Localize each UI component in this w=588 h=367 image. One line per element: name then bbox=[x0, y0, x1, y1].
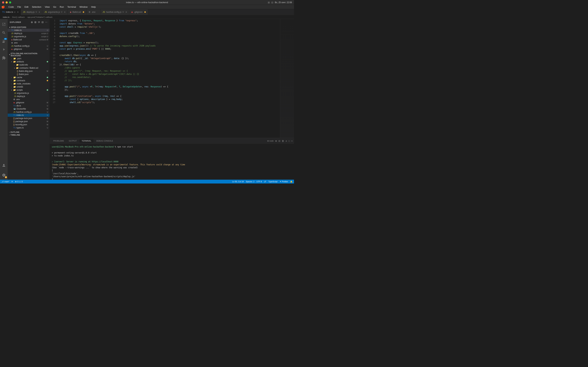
breadcrumb-item-3[interactable]: app.post("/initiative") callback bbox=[27, 16, 52, 18]
sidebar-toggle-icon[interactable]: ⊞ bbox=[268, 1, 270, 4]
tab-output[interactable]: OUTPUT bbox=[67, 139, 79, 143]
status-spaces[interactable]: Spaces: 2 bbox=[246, 181, 254, 183]
panel-maximize-icon[interactable]: □ bbox=[289, 140, 290, 142]
tree-ballot-dbg[interactable]: {} Ballot.dbg.json M bbox=[8, 70, 50, 73]
project-header[interactable]: ▾ ETH-ONLINE-HACKATHON-BACKEND bbox=[8, 52, 50, 57]
open-file-deploy-js[interactable]: JS deploy.js scripts U bbox=[8, 32, 50, 35]
tree-cache[interactable]: › 📁 cache bbox=[8, 76, 50, 79]
maximize-button[interactable] bbox=[9, 1, 11, 3]
panel-close-icon[interactable]: × bbox=[291, 140, 293, 142]
tree-contracts[interactable]: › 📁 contracts bbox=[8, 79, 50, 82]
outline-header[interactable]: › OUTLINE bbox=[8, 131, 50, 133]
timeline-header[interactable]: › TIMELINE bbox=[8, 133, 50, 136]
tree-dockerfile[interactable]: 🐳 Dockerfile M bbox=[8, 107, 50, 110]
menu-file[interactable]: File bbox=[16, 5, 22, 8]
tab-terminal[interactable]: TERMINAL bbox=[79, 139, 94, 143]
tree-scripts[interactable]: ▾ 📂 scripts bbox=[8, 88, 50, 92]
menu-edit[interactable]: Edit bbox=[23, 5, 30, 8]
activity-search[interactable] bbox=[0, 29, 8, 36]
tree-env[interactable]: ⚙ .env bbox=[8, 98, 50, 101]
open-file-hardhat[interactable]: JS hardhat.config.js U bbox=[8, 44, 50, 48]
menu-view[interactable]: View bbox=[43, 5, 51, 8]
tree-hardhat[interactable]: JS hardhat.config.js U bbox=[8, 110, 50, 114]
tab-index-ts[interactable]: TS index.ts U × bbox=[0, 9, 21, 15]
tree-package-json[interactable]: {} package.json M bbox=[8, 120, 50, 123]
tab-close-deploy-js[interactable]: × bbox=[39, 11, 40, 13]
activity-explorer[interactable] bbox=[0, 20, 8, 28]
tab-problems[interactable]: PROBLEMS bbox=[51, 139, 66, 143]
menu-selection[interactable]: Selection bbox=[30, 5, 43, 8]
tree-package-lock[interactable]: {} package-lock.json M bbox=[8, 117, 50, 120]
tree-index-ts[interactable]: TS index.ts U bbox=[8, 114, 50, 117]
status-ln-col[interactable]: Ln 50, Col 18 bbox=[232, 181, 244, 183]
status-branch[interactable]: ⎇ main* bbox=[1, 181, 9, 183]
menu-help[interactable]: Help bbox=[90, 5, 97, 8]
tab-env[interactable]: ⚙ .env bbox=[86, 9, 100, 15]
tree-yarn[interactable]: › 📁 .yarn bbox=[8, 57, 50, 60]
trash-icon[interactable]: 🗑 bbox=[282, 140, 284, 142]
menu-run[interactable]: Run bbox=[58, 5, 65, 8]
new-file-icon[interactable]: ⊕ bbox=[31, 21, 33, 24]
open-file-env[interactable]: ⚙ .env bbox=[8, 41, 50, 44]
tab-close-index-ts[interactable]: × bbox=[17, 11, 18, 13]
activity-account[interactable] bbox=[0, 161, 8, 169]
breadcrumb-item-2[interactable]: then() callback bbox=[12, 16, 25, 18]
menu-terminal[interactable]: Terminal bbox=[66, 5, 77, 8]
tree-types-ts[interactable]: TS types.ts U bbox=[8, 126, 50, 129]
tab-debug-console[interactable]: DEBUG CONSOLE bbox=[94, 139, 115, 143]
tab-gitignore[interactable]: ◈ .gitignore bbox=[129, 9, 148, 15]
open-file-index-ts[interactable]: TS index.ts U bbox=[8, 29, 50, 32]
tree-build-info[interactable]: › 📁 build-info bbox=[8, 63, 50, 67]
activity-settings[interactable]: 1 bbox=[0, 171, 8, 179]
split-terminal-icon[interactable]: ⊟ bbox=[278, 140, 280, 142]
status-language[interactable]: TypeScript bbox=[268, 181, 277, 183]
tree-contracts-ballot[interactable]: ▾ 📂 contracts / Ballot.sol bbox=[8, 67, 50, 70]
tree-gitignore[interactable]: ◈ .gitignore M bbox=[8, 101, 50, 104]
collapse-icon[interactable]: ⊟ bbox=[42, 21, 44, 24]
tab-arguments-js[interactable]: JS arguments.js U × bbox=[42, 9, 68, 15]
tab-close-arguments-js[interactable]: × bbox=[64, 11, 65, 13]
apple-menu[interactable]: 🍎 bbox=[1, 5, 5, 8]
tab-deploy-js[interactable]: JS deploy.js U × bbox=[21, 9, 42, 15]
tree-db-ts[interactable]: TS db.ts U bbox=[8, 104, 50, 107]
breadcrumb-item-1[interactable]: index.ts bbox=[3, 16, 9, 18]
open-file-gitignore[interactable]: ◈ .gitignore M bbox=[8, 48, 50, 51]
code-editor[interactable]: import express, { Express, Request, Resp… bbox=[58, 19, 280, 138]
refresh-icon[interactable]: ⟳ bbox=[38, 21, 40, 24]
code-container[interactable]: 1 2 3 4 5 6 7 8 9 10 11 12 13 14 15 16 1 bbox=[50, 19, 294, 138]
add-terminal-icon[interactable]: ⊕ bbox=[275, 140, 277, 142]
tree-ballot-json[interactable]: {} Ballot.json bbox=[8, 73, 50, 76]
activity-run[interactable] bbox=[0, 46, 8, 53]
terminal-content[interactable]: user@1234s-MacBook-Pro eth-online-hackat… bbox=[50, 144, 294, 180]
tree-node-modules[interactable]: › 📁 node_modules bbox=[8, 82, 50, 85]
tree-deploy-js[interactable]: JS deploy.js bbox=[8, 95, 50, 98]
menu-go[interactable]: Go bbox=[52, 5, 58, 8]
traffic-lights[interactable] bbox=[2, 1, 11, 3]
activity-source-control[interactable]: 85 bbox=[0, 37, 8, 45]
status-sync[interactable]: ⟳ bbox=[11, 181, 13, 183]
open-file-arguments-js[interactable]: JS arguments.js scripts U bbox=[8, 35, 50, 38]
more-options-icon[interactable]: ··· bbox=[45, 21, 47, 24]
open-editors-header[interactable]: ▾ OPEN EDITORS bbox=[8, 26, 50, 29]
activity-extensions[interactable] bbox=[0, 54, 8, 62]
tree-orbitdb[interactable]: › 📁 orbitdb bbox=[8, 85, 50, 88]
status-notifications[interactable]: 🔔 bbox=[290, 181, 293, 183]
new-folder-icon[interactable]: ⊞ bbox=[34, 21, 37, 24]
tab-ballot-sol[interactable]: ◈ Ballot.sol bbox=[68, 9, 86, 15]
minimize-button[interactable] bbox=[6, 1, 8, 3]
tab-hardhat-config[interactable]: JS hardhat.config.js U × bbox=[100, 9, 129, 15]
status-errors[interactable]: ⊗ 0 ⚠ 0 bbox=[15, 181, 23, 183]
layout-icon[interactable]: ⊟ bbox=[271, 1, 273, 4]
status-encoding[interactable]: UTF-8 bbox=[257, 181, 262, 183]
close-button[interactable] bbox=[2, 1, 4, 3]
menu-window[interactable]: Window bbox=[78, 5, 89, 8]
tab-close-hardhat[interactable]: × bbox=[125, 11, 127, 13]
tree-arguments-js[interactable]: JS arguments.js bbox=[8, 92, 50, 95]
tree-artifacts[interactable]: ▾ 📂 artifacts bbox=[8, 60, 50, 63]
status-prettier[interactable]: ✦ Prettier bbox=[280, 181, 288, 183]
menu-code[interactable]: Code bbox=[7, 5, 15, 8]
tree-tsconfig[interactable]: {} tsconfig.json M bbox=[8, 123, 50, 126]
panel-chevron-up-icon[interactable]: ∧ bbox=[285, 140, 287, 142]
open-file-ballot-sol[interactable]: ◈ Ballot.sol contracts M bbox=[8, 38, 50, 41]
status-lf[interactable]: LF bbox=[264, 181, 266, 183]
